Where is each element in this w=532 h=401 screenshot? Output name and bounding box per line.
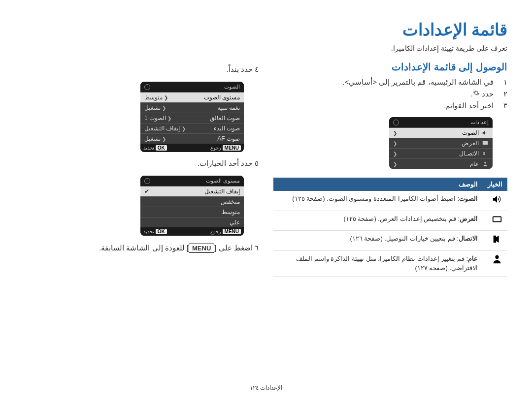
sound-icon <box>492 194 502 205</box>
camera-volume-menu: مستوى الصوت إيقاف التشغيل ✔ منخفض متوسط … <box>140 176 244 236</box>
display-icon <box>492 214 502 225</box>
row-value: تشغيل <box>144 104 161 111</box>
menu-key-icon: MENU <box>223 145 241 151</box>
volume-row-medium: متوسط <box>140 207 244 217</box>
row-label: الاتصـال <box>459 150 479 157</box>
chevron-left-icon: ❮ <box>393 161 397 167</box>
footer-back: رجوع <box>210 229 221 234</box>
option-desc: : قم بتغيير إعدادات نظام الكاميرا، مثل ت… <box>296 255 478 272</box>
chevron-left-icon: ❮ <box>393 141 397 146</box>
battery-icon <box>393 120 399 125</box>
volume-row-high: علي <box>140 217 244 227</box>
camera-settings-menu: إعدادات الصوت ❮ العرض ❮ <box>389 117 493 169</box>
battery-icon <box>144 178 150 184</box>
row-label: صوت البدء <box>214 125 240 132</box>
camera-footer: MENU رجوع OK تحديد <box>140 144 244 152</box>
gear-icon <box>473 90 480 96</box>
option-label: العرض <box>460 215 478 222</box>
step-number: ٥ <box>255 159 259 167</box>
menu-row-display: العرض ❮ <box>389 138 493 148</box>
page-subtitle: تعرف على طريقة تهيئة إعدادات الكاميرا. <box>25 44 507 52</box>
row-value: إيقاف التشغيل <box>144 125 180 132</box>
chevron-left-icon: ❮ <box>167 116 171 121</box>
step-text: في الشاشة الرئيسية، قم بالتمرير إلى <أسا… <box>342 78 494 87</box>
row-label: علي <box>230 219 240 226</box>
right-column: الوصول إلى قائمة الإعدادات ١ في الشاشة ا… <box>273 61 507 277</box>
menu-row-general: عام ❮ <box>389 158 493 169</box>
menu-row-sound: الصوت ❮ <box>389 127 493 138</box>
chevron-left-icon: ❮ <box>393 130 397 136</box>
page-title: قائمة الإعدادات <box>25 20 507 39</box>
sound-row-start: صوت البدء ❮ إيقاف التشغيل <box>140 123 244 133</box>
option-label: الاتصال <box>459 235 478 242</box>
sound-row-shutter: صوت الغالق ❮ الصوت 1 <box>140 113 244 123</box>
volume-row-off: إيقاف التشغيل ✔ <box>140 186 244 196</box>
page-footer: الإعدادات ١٢٤ <box>0 384 532 391</box>
chevron-left-icon: ❮ <box>162 136 166 142</box>
row-label: منخفض <box>221 198 240 205</box>
svg-rect-0 <box>483 141 488 145</box>
chevron-left-icon: ❮ <box>182 126 186 131</box>
steps-right: ١ في الشاشة الرئيسية، قم بالتمرير إلى <أ… <box>273 78 507 110</box>
camera-sound-menu: الصوت مستوى الصوت ❮ متوسط نغمة تنبيه ❮ ت… <box>140 82 244 152</box>
chevron-left-icon: ❮ <box>164 95 168 100</box>
table-cell: الاتصال: قم بتعيين خيارات التوصيل. (صفحة… <box>273 231 483 251</box>
row-label: إيقاف التشغيل <box>204 188 240 195</box>
ok-key-icon: OK <box>156 145 167 151</box>
menu-key-icon: MENU <box>223 229 241 234</box>
sound-row-volume: مستوى الصوت ❮ متوسط <box>140 92 244 102</box>
step-text-label: حدد <box>482 90 494 98</box>
options-table: الخيار الوصف الصوت: اضبط أصوات الكاميرا … <box>273 178 507 277</box>
svg-point-1 <box>484 162 486 164</box>
step-text-before: اضغط على [ <box>214 244 253 252</box>
sound-row-beep: نغمة تنبيه ❮ تشغيل <box>140 102 244 113</box>
menu-button-key: MENU <box>189 244 214 253</box>
row-value: تشغيل <box>144 135 161 142</box>
row-label: مستوى الصوت <box>204 94 240 101</box>
step-text: اختر أحد القوائم. <box>443 101 494 110</box>
connection-icon <box>492 234 502 245</box>
connection-icon <box>482 150 489 157</box>
footer-back: رجوع <box>210 145 221 151</box>
volume-row-low: منخفض <box>140 196 244 207</box>
left-column: ٤ حدد بنداً. الصوت مستوى الصوت ❮ متوسط ن… <box>25 61 259 277</box>
cam-title: مستوى الصوت <box>206 178 240 184</box>
table-cell: الصوت: اضبط أصوات الكاميرا المتعددة ومست… <box>273 191 483 211</box>
table-cell: العرض: قم بتخصيص إعدادات العرض. (صفحة ١٢… <box>273 211 483 231</box>
sound-row-af: صوت AF ❮ تشغيل <box>140 133 244 144</box>
row-label: نغمة تنبيه <box>217 104 240 111</box>
step-number: ٤ <box>255 65 259 73</box>
person-icon <box>492 254 502 265</box>
step-number: ٣ <box>499 101 507 110</box>
person-icon <box>482 160 489 167</box>
step-text: حدد بنداً. <box>226 65 252 73</box>
ok-key-icon: OK <box>156 229 167 234</box>
option-desc: : قم بتخصيص إعدادات العرض. (صفحة ١٢٥) <box>343 215 460 222</box>
step-text-after: ] للعودة إلى الشاشة السابقة. <box>99 244 189 252</box>
step-number: ٢ <box>499 90 507 98</box>
battery-icon <box>144 84 150 90</box>
cam-title: إعدادات <box>470 119 489 125</box>
footer-set: تحديد <box>143 229 154 234</box>
table-cell: عام: قم بتغيير إعدادات نظام الكاميرا، مث… <box>273 250 483 276</box>
row-label: صوت AF <box>217 135 240 142</box>
camera-footer: MENU رجوع OK تحديد <box>140 227 244 236</box>
footer-set: تحديد <box>143 145 154 151</box>
step-number: ٦ <box>255 244 259 252</box>
chevron-left-icon: ❮ <box>162 105 166 111</box>
row-label: متوسط <box>222 209 240 216</box>
step-number: ١ <box>499 78 507 87</box>
table-header-option: الخيار <box>483 178 507 191</box>
step-text: حدد أحد الخيارات. <box>198 159 253 167</box>
section-heading: الوصول إلى قائمة الإعدادات <box>273 61 507 73</box>
sound-icon <box>482 129 489 136</box>
row-label: الصوت <box>462 129 479 136</box>
cam-title: الصوت <box>224 84 240 90</box>
row-value: متوسط <box>144 94 163 101</box>
svg-rect-3 <box>494 217 501 221</box>
menu-row-connection: الاتصـال ❮ <box>389 148 493 158</box>
option-label: عام <box>468 255 478 262</box>
row-value: الصوت 1 <box>144 115 166 122</box>
step-text: حدد ‎. <box>471 90 494 98</box>
check-icon: ✔ <box>144 188 149 195</box>
